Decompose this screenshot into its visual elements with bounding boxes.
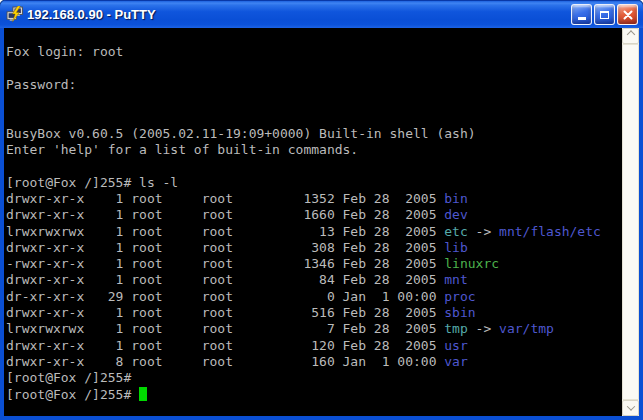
- terminal-line: Fox login: root: [6, 44, 622, 60]
- terminal-output: Fox login: rootPassword:BusyBox v0.60.5 …: [6, 28, 622, 403]
- scroll-down-button[interactable]: [622, 400, 639, 416]
- terminal-line: drwxr-xr-x 1 root root 516 Feb 28 2005 s…: [6, 305, 622, 321]
- terminal[interactable]: Fox login: rootPassword:BusyBox v0.60.5 …: [4, 28, 622, 416]
- terminal-line: [root@Fox /]255#: [6, 370, 622, 386]
- window-frame: Fox login: rootPassword:BusyBox v0.60.5 …: [0, 28, 643, 420]
- terminal-line: -rwxr-xr-x 1 root root 1346 Feb 28 2005 …: [6, 256, 622, 272]
- terminal-line: lrwxrwxrwx 1 root root 7 Feb 28 2005 tmp…: [6, 321, 622, 337]
- terminal-line: [root@Fox /]255# ls -l: [6, 175, 622, 191]
- window-controls: [571, 4, 638, 25]
- terminal-line: BusyBox v0.60.5 (2005.02.11-19:09+0000) …: [6, 126, 622, 142]
- terminal-line: [6, 61, 622, 77]
- putty-icon[interactable]: [6, 6, 23, 23]
- terminal-cursor: [139, 387, 147, 401]
- chevron-down-icon: [626, 402, 634, 410]
- terminal-line: dr-xr-xr-x 29 root root 0 Jan 1 00:00 pr…: [6, 289, 622, 305]
- minimize-icon: [578, 17, 586, 20]
- terminal-line: drwxr-xr-x 1 root root 84 Feb 28 2005 mn…: [6, 272, 622, 288]
- close-icon: [623, 10, 633, 20]
- scrollbar[interactable]: [622, 28, 639, 416]
- terminal-line: drwxr-xr-x 1 root root 1660 Feb 28 2005 …: [6, 207, 622, 223]
- terminal-line: [6, 28, 622, 44]
- maximize-button[interactable]: [594, 4, 615, 25]
- close-button[interactable]: [617, 4, 638, 25]
- titlebar[interactable]: 192.168.0.90 - PuTTY: [0, 0, 643, 28]
- chevron-up-icon: [626, 30, 634, 38]
- scrollbar-track[interactable]: [622, 44, 639, 400]
- terminal-line: drwxr-xr-x 1 root root 308 Feb 28 2005 l…: [6, 240, 622, 256]
- terminal-line: [root@Fox /]255#: [6, 387, 622, 403]
- terminal-line: [6, 93, 622, 109]
- terminal-line: Enter 'help' for a list of built-in comm…: [6, 142, 622, 158]
- terminal-line: lrwxrwxrwx 1 root root 13 Feb 28 2005 et…: [6, 224, 622, 240]
- terminal-line: drwxr-xr-x 1 root root 120 Feb 28 2005 u…: [6, 338, 622, 354]
- terminal-line: drwxr-xr-x 1 root root 1352 Feb 28 2005 …: [6, 191, 622, 207]
- terminal-line: Password:: [6, 77, 622, 93]
- scroll-up-button[interactable]: [622, 28, 639, 44]
- window-content: Fox login: rootPassword:BusyBox v0.60.5 …: [4, 28, 639, 416]
- putty-window: 192.168.0.90 - PuTTY Fox login: rootPass…: [0, 0, 643, 420]
- scrollbar-thumb[interactable]: [622, 44, 639, 400]
- terminal-line: [6, 158, 622, 174]
- minimize-button[interactable]: [571, 4, 592, 25]
- terminal-line: [6, 109, 622, 125]
- terminal-line: drwxr-xr-x 8 root root 160 Jan 1 00:00 v…: [6, 354, 622, 370]
- maximize-icon: [600, 11, 609, 19]
- window-title: 192.168.0.90 - PuTTY: [27, 7, 571, 22]
